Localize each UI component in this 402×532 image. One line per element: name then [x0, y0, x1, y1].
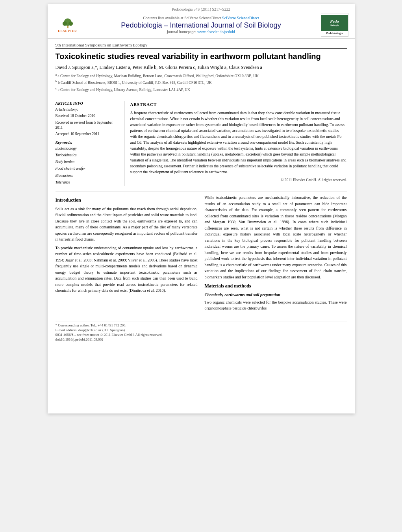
- affiliation-c: c c Centre for Ecology and Hydrology, Li…: [56, 86, 347, 93]
- journal-ref-bar: Pedobiologia 54S (2011) S217–S222: [54, 7, 348, 11]
- journal-ref: Pedobiologia 54S (2011) S217–S222: [172, 7, 230, 11]
- pedo-logo: Pedo biologia Pedobiologia: [321, 13, 348, 37]
- keywords-heading: Keywords:: [56, 140, 119, 145]
- ref-nahmani[interactable]: Nahmani et al. 2009: [94, 258, 126, 262]
- revised-date: Received in revised form 5 September 201…: [56, 120, 119, 131]
- keyword-biomarkers: Biomarkers: [56, 173, 119, 178]
- email-note: E-mail address: dasp@ceh.ac.uk (D.J. Spu…: [56, 328, 347, 332]
- affiliation-a: a a Centre for Ecology and Hydrology, Ma…: [56, 72, 347, 79]
- symposium-line: 9th International Symposium on Earthworm…: [56, 43, 347, 49]
- ref-jager[interactable]: Jager et al. 2003: [65, 258, 91, 262]
- sciverse-link[interactable]: SciVerse ScienceDirect: [222, 16, 259, 20]
- issn-note: 0031-4056/$ – see front matter © 2011 El…: [56, 333, 347, 337]
- page-footer: * Corresponding author. Tel.: +44 01491 …: [56, 321, 347, 341]
- received-date: Received 18 October 2010: [56, 113, 119, 119]
- sciverse-line: Contents lists available at SciVerse Sci…: [82, 16, 321, 20]
- article-info-heading: ARTICLE INFO: [56, 101, 119, 106]
- article-content: 9th International Symposium on Earthworm…: [48, 39, 355, 318]
- intro-para1: Soils act as a sink for many of the poll…: [56, 206, 198, 243]
- ref-van-brummelen[interactable]: Van Brummelen et al. 1996: [239, 220, 288, 224]
- right-para1: While toxicokinetic parameters are mecha…: [205, 195, 347, 280]
- journal-title-block: Contents lists available at SciVerse Sci…: [82, 16, 321, 34]
- keyword-body-burden: Body burden: [56, 159, 119, 165]
- affiliation-b: b b Cardiff School of Biosciences, BIOSI…: [56, 79, 347, 86]
- pedo-logo-text: Pedobiologia: [326, 32, 343, 35]
- journal-header: Pedobiologia 54S (2011) S217–S222 ELSEVI…: [48, 4, 355, 39]
- authors-line: David J. Spurgeon a,*, Lindsey Lister a,…: [56, 65, 347, 70]
- introduction-heading: Introduction: [56, 196, 198, 204]
- intro-para2: To provide mechanistic understanding of …: [56, 245, 198, 294]
- elsevier-brand-text: ELSEVIER: [58, 30, 77, 33]
- pedo-logo-image: Pedo biologia: [321, 15, 348, 31]
- body-right-col: While toxicokinetic parameters are mecha…: [205, 195, 347, 314]
- keyword-food-chain: Food chain transfer: [56, 166, 119, 171]
- keyword-tolerance: Tolerance: [56, 180, 119, 185]
- keyword-ecotoxicology: Ecotoxicology: [56, 146, 119, 151]
- journal-meta-row: ELSEVIER Contents lists available at Sci…: [54, 13, 348, 37]
- methods-heading: Materials and methods: [205, 282, 347, 290]
- abstract-text: A frequent characteristic of earthworms …: [130, 110, 347, 175]
- abstract-heading: ABSTRACT: [130, 101, 347, 108]
- body-divider: [56, 191, 347, 191]
- doi-line: doi:10.1016/j.pedobi.2011.09.002: [56, 337, 347, 341]
- svg-point-2: [62, 21, 67, 26]
- history-heading: Article history:: [56, 107, 119, 112]
- corresponding-note: * Corresponding author. Tel.: +44 01491 …: [56, 323, 347, 327]
- ref-vijver[interactable]: Vijver et al. 2005: [128, 258, 156, 262]
- elsevier-tree-icon: [60, 17, 76, 29]
- right-para2: Two organic chemicals were selected for …: [205, 299, 347, 311]
- copyright-line: © 2011 Elsevier GmbH. All rights reserve…: [130, 177, 347, 183]
- keywords-section: Keywords: Ecotoxicology Toxicokinetics B…: [56, 140, 119, 185]
- homepage-link[interactable]: www.elsevier.de/pedobi: [197, 30, 235, 34]
- svg-point-3: [68, 21, 72, 26]
- abstract-col: ABSTRACT A frequent characteristic of ea…: [130, 101, 347, 186]
- body-two-col: Introduction Soils act as a sink for man…: [56, 195, 347, 314]
- info-abstract-section: ARTICLE INFO Article history: Received 1…: [56, 97, 347, 186]
- journal-homepage: journal homepage: www.elsevier.de/pedobi: [82, 30, 321, 34]
- accepted-date: Accepted 10 September 2011: [56, 132, 119, 137]
- authors-text: David J. Spurgeon a,*, Lindsey Lister a,…: [56, 65, 262, 70]
- journal-main-title: Pedobiologia – International Journal of …: [82, 21, 321, 30]
- keyword-toxicokinetics: Toxicokinetics: [56, 152, 119, 158]
- elsevier-logo: ELSEVIER: [54, 16, 82, 34]
- affiliations-block: a a Centre for Ecology and Hydrology, Ma…: [56, 72, 347, 93]
- chemicals-heading: Chemicals, earthworms and soil preparati…: [205, 292, 347, 298]
- body-left-col: Introduction Soils act as a sink for man…: [56, 195, 198, 314]
- article-info-col: ARTICLE INFO Article history: Received 1…: [56, 101, 124, 186]
- ref-dimitrova[interactable]: Dimitrova et al. 2010: [130, 288, 164, 293]
- page: Pedobiologia 54S (2011) S217–S222 ELSEVI…: [48, 4, 355, 413]
- article-title: Toxicokinetic studies reveal variability…: [56, 51, 347, 61]
